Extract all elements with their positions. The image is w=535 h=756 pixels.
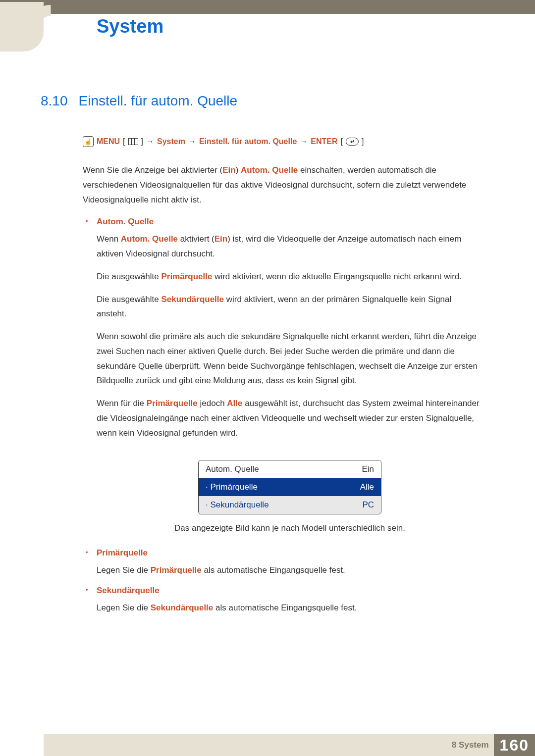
menu-row-autom-quelle: Autom. Quelle Ein <box>199 460 381 478</box>
menu-row-label: · Sekundärquelle <box>206 500 269 510</box>
highlight: Primärquelle <box>147 399 198 408</box>
autom-p5: Wenn für die Primärquelle jedoch Alle au… <box>97 396 483 440</box>
menu-row-value: Ein <box>362 464 374 474</box>
highlight: Alle <box>227 399 242 408</box>
menu-row-primaerquelle: · Primärquelle Alle <box>199 478 381 496</box>
bullet-list: Autom. Quelle Wenn Autom. Quelle aktivie… <box>83 217 483 615</box>
intro-paragraph: Wenn Sie die Anzeige bei aktivierter (Ei… <box>83 163 483 207</box>
footer-page-number: 160 <box>494 734 535 756</box>
text: Wenn <box>97 234 121 244</box>
arrow-icon: → <box>188 137 196 146</box>
autom-p1: Wenn Autom. Quelle aktiviert (Ein) ist, … <box>97 232 483 261</box>
highlight: Primärquelle <box>161 272 212 281</box>
text: als automatische Eingangsquelle fest. <box>213 603 357 612</box>
section-heading-row: 8.10 Einstell. für autom. Quelle <box>41 93 483 109</box>
highlight: Ein <box>214 234 227 244</box>
menu-row-label: Autom. Quelle <box>206 464 259 474</box>
nav-step-einstell: Einstell. für autom. Quelle <box>199 137 297 146</box>
bracket-close: ] <box>362 137 364 146</box>
text: Wenn für die <box>97 399 147 408</box>
text: Die ausgewählte <box>97 272 161 281</box>
enter-icon: ↵ <box>346 138 359 146</box>
text: als automatische Eingangsquelle fest. <box>202 565 345 575</box>
intro-ein: Ein <box>222 165 235 175</box>
page-footer: 8 System 160 <box>44 734 535 756</box>
text: Legen Sie die <box>97 603 151 612</box>
arrow-icon: → <box>146 137 154 146</box>
image-caption: Das angezeigte Bild kann je nach Modell … <box>97 523 483 533</box>
menu-row-label: · Primärquelle <box>206 482 258 492</box>
highlight: Autom. Quelle <box>121 234 178 244</box>
primary-text: Legen Sie die Primärquelle als automatis… <box>97 563 483 578</box>
page-content: 8.10 Einstell. für autom. Quelle ☝ MENU … <box>41 93 483 623</box>
text: jedoch <box>198 399 227 408</box>
highlight: Sekundärquelle <box>161 295 224 304</box>
nav-enter-label: ENTER <box>311 137 337 146</box>
top-header-bar <box>0 0 535 14</box>
chapter-title: System <box>97 16 163 37</box>
autom-p2: Die ausgewählte Primärquelle wird aktivi… <box>97 269 483 284</box>
bullet-title-autom: Autom. Quelle <box>97 217 483 227</box>
menu-row-value: Alle <box>360 482 374 492</box>
text: Die ausgewählte <box>97 295 161 304</box>
autom-p4: Wenn sowohl die primäre als auch die sek… <box>97 329 483 388</box>
list-item-autom-quelle: Autom. Quelle Wenn Autom. Quelle aktivie… <box>83 217 483 533</box>
bullet-title-secondary: Sekundärquelle <box>97 586 483 596</box>
secondary-text: Legen Sie die Sekundärquelle als automat… <box>97 601 483 615</box>
intro-text: Wenn Sie die Anzeige bei aktivierter ( <box>83 165 222 175</box>
menu-row-sekundaerquelle: · Sekundärquelle PC <box>199 496 381 514</box>
bracket-close: ] <box>141 137 143 146</box>
footer-chapter-label: 8 System <box>452 740 489 750</box>
arrow-icon: → <box>300 137 308 146</box>
menu-row-value: PC <box>362 500 374 510</box>
highlight: Sekundärquelle <box>151 603 214 612</box>
bracket-open: [ <box>123 137 125 146</box>
text: wird aktiviert, wenn die aktuelle Eingan… <box>212 272 462 281</box>
osd-menu-box: Autom. Quelle Ein · Primärquelle Alle · … <box>198 460 381 514</box>
section-title: Einstell. für autom. Quelle <box>79 93 238 109</box>
autom-p3: Die ausgewählte Sekundärquelle wird akti… <box>97 292 483 322</box>
list-item-primaerquelle: Primärquelle Legen Sie die Primärquelle … <box>83 548 483 578</box>
nav-step-system: System <box>157 137 185 146</box>
menu-navigation-path: ☝ MENU [] → System → Einstell. für autom… <box>83 136 483 147</box>
section-number: 8.10 <box>41 93 68 109</box>
bracket-open: [ <box>341 137 343 146</box>
intro-text: ) <box>236 165 241 175</box>
intro-autom-quelle: Autom. Quelle <box>241 165 298 175</box>
nav-menu-label: MENU <box>97 137 120 146</box>
text: aktiviert ( <box>178 234 214 244</box>
list-item-sekundaerquelle: Sekundärquelle Legen Sie die Sekundärque… <box>83 586 483 615</box>
menu-grid-icon <box>128 138 138 145</box>
hand-icon: ☝ <box>83 136 94 147</box>
bullet-title-primary: Primärquelle <box>97 548 483 558</box>
highlight: Primärquelle <box>151 565 202 575</box>
text: Legen Sie die <box>97 565 151 575</box>
